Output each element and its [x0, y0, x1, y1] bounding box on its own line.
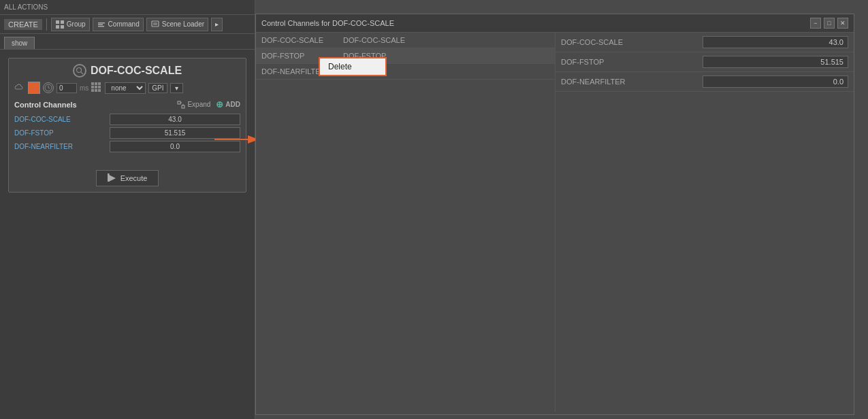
- minimize-button[interactable]: −: [810, 18, 821, 29]
- svg-rect-15: [182, 105, 184, 108]
- scene-loader-toolbar-item[interactable]: Scene Loader: [146, 18, 208, 31]
- cc-value-dof-coc-scale[interactable]: [110, 114, 240, 125]
- svg-rect-2: [56, 25, 59, 29]
- control-channels-section: Control Channels Expand ⊕ ADD DOF-COC-SC…: [14, 99, 240, 186]
- cc-label-dof-nearfilter[interactable]: DOF-NEARFILTER: [14, 143, 110, 150]
- svg-rect-5: [98, 24, 103, 25]
- cc-label-dof-coc-scale[interactable]: DOF-COC-SCALE: [14, 116, 110, 123]
- svg-rect-19: [108, 173, 110, 182]
- cc-value-dof-nearfilter[interactable]: [110, 141, 240, 152]
- dialog-right-label-dof-coc-scale: DOF-COC-SCALE: [561, 38, 697, 46]
- dialog-row-dof-fstop[interactable]: DOF-FSTOP DOF-FSTOP: [256, 48, 555, 64]
- all-actions-bar: ALL ACTIONS: [0, 0, 255, 15]
- action-card: DOF-COC-SCALE ms none GPI ▾ Contr: [8, 58, 246, 192]
- dialog-title: Control Channels for DOF-COC-SCALE: [261, 19, 394, 27]
- svg-rect-0: [56, 20, 59, 24]
- group-label: Group: [67, 20, 86, 28]
- add-label: ADD: [225, 101, 240, 108]
- cc-label-dof-fstop[interactable]: DOF-FSTOP: [14, 129, 110, 137]
- group-toolbar-item[interactable]: Group: [51, 18, 90, 31]
- time-value-input[interactable]: [57, 83, 77, 93]
- maximize-button[interactable]: □: [824, 18, 835, 29]
- scene-loader-icon: [150, 20, 160, 29]
- toolbar-separator: [46, 18, 47, 31]
- svg-line-10: [81, 72, 83, 74]
- context-menu: Delete: [319, 57, 387, 76]
- dialog-left-panel: DOF-COC-SCALE DOF-COC-SCALE DOF-FSTOP DO…: [256, 33, 556, 412]
- svg-rect-1: [61, 20, 64, 24]
- execute-icon: [108, 173, 117, 183]
- more-icon: ▸: [215, 20, 219, 28]
- time-icon: [43, 82, 54, 93]
- scene-loader-label: Scene Loader: [162, 20, 204, 28]
- all-actions-label: ALL ACTIONS: [4, 3, 48, 11]
- dialog-window-controls: − □ ✕: [810, 18, 848, 29]
- search-icon: [73, 64, 86, 78]
- more-toolbar-item[interactable]: ▸: [211, 18, 223, 31]
- dialog-col1-dof-coc-scale: DOF-COC-SCALE: [261, 36, 343, 44]
- svg-point-9: [76, 68, 81, 73]
- dialog-right-value-dof-fstop[interactable]: [703, 56, 848, 68]
- execute-button[interactable]: Execute: [96, 170, 159, 186]
- svg-rect-3: [61, 25, 64, 29]
- dialog-right-panel: DOF-COC-SCALE DOF-FSTOP DOF-NEARFILTER: [556, 33, 854, 412]
- create-button[interactable]: CREATE: [4, 19, 42, 30]
- cc-row-dof-fstop: DOF-FSTOP: [14, 127, 240, 139]
- dialog-right-row-dof-fstop: DOF-FSTOP: [556, 52, 854, 72]
- execute-label: Execute: [120, 174, 148, 182]
- add-button[interactable]: ⊕ ADD: [216, 99, 240, 110]
- expand-button[interactable]: Expand: [177, 101, 210, 109]
- command-toolbar-item[interactable]: Command: [93, 18, 144, 31]
- toolbar: CREATE Group Command Scene Loader ▸: [0, 15, 255, 34]
- cc-title: Control Channels: [14, 101, 77, 109]
- svg-line-13: [48, 88, 50, 88]
- svg-rect-14: [178, 101, 180, 104]
- grid-icon: [91, 82, 102, 93]
- group-icon: [55, 20, 65, 29]
- dialog-col2-dof-coc-scale: DOF-COC-SCALE: [343, 36, 405, 44]
- dialog-right-label-dof-fstop: DOF-FSTOP: [561, 58, 697, 66]
- cc-row-dof-nearfilter: DOF-NEARFILTER: [14, 141, 240, 152]
- none-select[interactable]: none: [105, 82, 146, 94]
- dialog-right-value-dof-coc-scale[interactable]: [703, 36, 848, 48]
- delete-menu-item[interactable]: Delete: [320, 58, 385, 75]
- time-unit-label: ms: [80, 84, 89, 92]
- control-channels-header: Control Channels Expand ⊕ ADD: [14, 99, 240, 110]
- add-plus-icon: ⊕: [216, 99, 223, 110]
- svg-rect-6: [98, 26, 104, 27]
- expand-label: Expand: [187, 101, 210, 108]
- command-icon: [97, 20, 106, 29]
- tab-bar: show: [0, 34, 255, 50]
- dialog-right-label-dof-nearfilter: DOF-NEARFILTER: [561, 78, 697, 86]
- svg-rect-4: [98, 22, 105, 24]
- command-label: Command: [108, 20, 140, 28]
- dialog-right-row-dof-coc-scale: DOF-COC-SCALE: [556, 33, 854, 52]
- action-card-header: DOF-COC-SCALE: [14, 64, 240, 78]
- color-swatch[interactable]: [28, 82, 40, 94]
- cc-row-dof-coc-scale: DOF-COC-SCALE: [14, 114, 240, 125]
- action-controls: ms none GPI ▾: [14, 82, 240, 94]
- dialog-right-row-dof-nearfilter: DOF-NEARFILTER: [556, 72, 854, 92]
- dialog-right-value-dof-nearfilter[interactable]: [703, 76, 848, 88]
- dropdown-arrow-button[interactable]: ▾: [170, 83, 183, 93]
- show-tab[interactable]: show: [4, 37, 35, 49]
- cc-value-dof-fstop[interactable]: [110, 127, 240, 139]
- close-button[interactable]: ✕: [837, 18, 848, 29]
- dialog-titlebar: Control Channels for DOF-COC-SCALE − □ ✕: [256, 14, 854, 33]
- dialog-row-dof-nearfilter[interactable]: DOF-NEARFILTER: [256, 64, 555, 80]
- svg-rect-8: [153, 22, 157, 25]
- dialog-body: DOF-COC-SCALE DOF-COC-SCALE DOF-FSTOP DO…: [256, 33, 854, 412]
- dialog-row-dof-coc-scale[interactable]: DOF-COC-SCALE DOF-COC-SCALE: [256, 33, 555, 48]
- svg-marker-18: [109, 175, 116, 182]
- cloud-icon: [14, 82, 25, 93]
- expand-icon: [177, 101, 185, 109]
- action-title: DOF-COC-SCALE: [91, 65, 182, 77]
- left-panel: ALL ACTIONS CREATE Group Command Scene L…: [0, 0, 255, 419]
- gpi-button[interactable]: GPI: [148, 83, 167, 93]
